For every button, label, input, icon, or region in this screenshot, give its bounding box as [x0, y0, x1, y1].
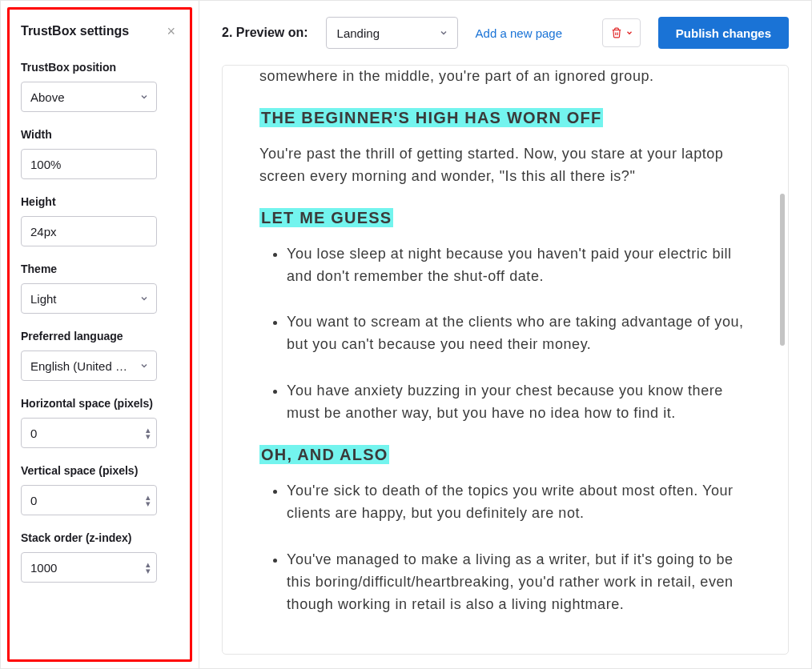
chevron-down-icon — [625, 29, 633, 37]
theme-label: Theme — [21, 262, 179, 275]
content-paragraph: You're past the thrill of getting starte… — [259, 143, 751, 188]
list-item: You lose sleep at night because you have… — [287, 243, 751, 288]
add-page-link[interactable]: Add a new page — [476, 26, 562, 40]
language-select[interactable]: English (United Sta… — [21, 351, 157, 381]
preview-page-select[interactable]: Landing — [326, 17, 458, 49]
theme-select[interactable]: Light — [21, 283, 157, 314]
list-item: You're sick to death of the topics you w… — [287, 480, 751, 525]
list-item: You've managed to make a living as a wri… — [287, 549, 751, 616]
preview-content: somewhere in the middle, you're part of … — [223, 66, 788, 654]
scrollbar[interactable] — [780, 74, 785, 646]
preview-label: 2. Preview on: — [222, 26, 308, 40]
topbar: 2. Preview on: Landing Add a new page Pu — [199, 1, 811, 65]
width-label: Width — [21, 128, 179, 141]
delete-dropdown-button[interactable] — [602, 18, 641, 47]
vspace-label: Vertical space (pixels) — [21, 464, 179, 477]
width-input[interactable] — [21, 149, 157, 179]
language-label: Preferred language — [21, 330, 179, 343]
content-heading: OH, AND ALSO — [259, 443, 751, 467]
preview-card: somewhere in the middle, you're part of … — [222, 65, 789, 655]
close-icon[interactable]: × — [163, 24, 179, 38]
content-heading: THE BEGINNER'S HIGH HAS WORN OFF — [259, 106, 751, 130]
publish-button[interactable]: Publish changes — [658, 17, 789, 49]
sidebar: TrustBox settings × TrustBox position Ab… — [1, 1, 199, 668]
hspace-input[interactable] — [21, 418, 157, 448]
panel-title: TrustBox settings — [21, 24, 129, 38]
content-heading: LET ME GUESS — [259, 206, 751, 230]
height-label: Height — [21, 195, 179, 208]
position-select[interactable]: Above — [21, 82, 157, 112]
hspace-label: Horizontal space (pixels) — [21, 397, 179, 410]
zindex-label: Stack order (z-index) — [21, 531, 179, 544]
main: 2. Preview on: Landing Add a new page Pu — [199, 1, 811, 668]
zindex-input[interactable] — [21, 552, 157, 583]
list-item: You want to scream at the clients who ar… — [287, 311, 751, 356]
sidebar-panel: TrustBox settings × TrustBox position Ab… — [7, 7, 192, 662]
height-input[interactable] — [21, 216, 157, 246]
trash-icon — [611, 26, 622, 39]
list-item: You have anxiety buzzing in your chest b… — [287, 380, 751, 425]
scrollbar-thumb[interactable] — [780, 194, 785, 346]
position-label: TrustBox position — [21, 61, 179, 74]
content-paragraph: somewhere in the middle, you're part of … — [259, 66, 751, 88]
vspace-input[interactable] — [21, 485, 157, 515]
